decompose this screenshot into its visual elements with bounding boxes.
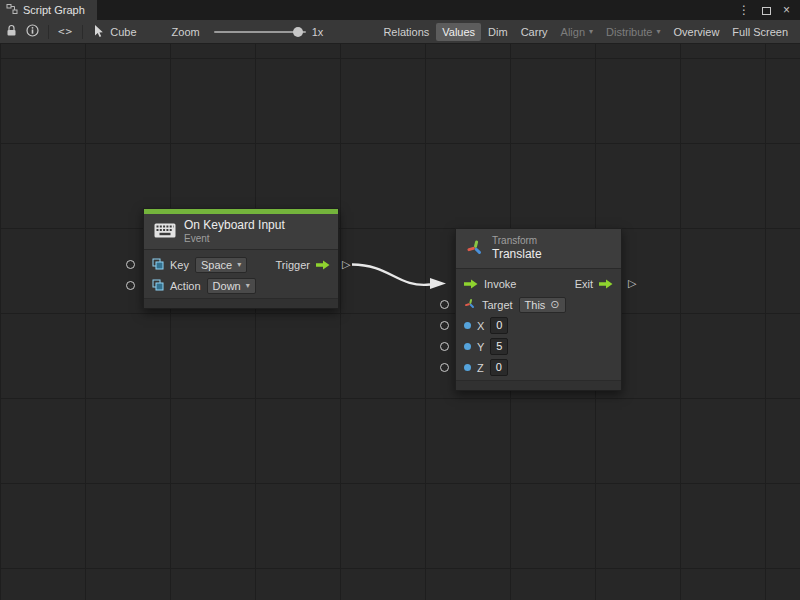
tab-script-graph[interactable]: Script Graph: [0, 0, 97, 20]
chevron-down-icon: ▾: [237, 261, 241, 269]
values-label: Values: [442, 26, 475, 38]
align-button[interactable]: Align ▾: [555, 23, 599, 41]
zoom-label: Zoom: [172, 26, 200, 38]
target-label: Target: [482, 299, 513, 311]
chevron-down-icon: ▾: [246, 282, 250, 290]
node-header[interactable]: Transform Translate: [456, 229, 621, 269]
keyboard-icon: [154, 223, 176, 240]
zoom-control: Zoom 1x: [172, 26, 324, 38]
chevron-down-icon: ▾: [589, 28, 593, 36]
window-tab-bar: Script Graph ⋮ ×: [0, 0, 800, 20]
trigger-output-arrow-icon[interactable]: [316, 260, 330, 270]
value-port-dot-icon: [464, 322, 471, 329]
exit-output-port[interactable]: ▷: [628, 278, 636, 289]
x-label: X: [477, 320, 484, 332]
fullscreen-label: Full Screen: [732, 26, 788, 38]
info-icon[interactable]: [26, 24, 39, 39]
values-button[interactable]: Values: [436, 23, 481, 41]
invoke-input-arrow-icon[interactable]: [464, 279, 478, 289]
x-row: X 0: [456, 315, 621, 336]
zoom-value: 1x: [312, 26, 324, 38]
value-port-dot-icon: [464, 343, 471, 350]
maximize-icon[interactable]: [762, 1, 771, 19]
port-icon: [152, 279, 164, 293]
distribute-label: Distribute: [606, 26, 652, 38]
script-graph-icon: [6, 3, 18, 17]
z-input-port[interactable]: [440, 363, 449, 372]
toolbar-buttons: Relations Values Dim Carry Align ▾ Distr…: [377, 23, 794, 41]
distribute-button[interactable]: Distribute ▾: [600, 23, 666, 41]
x-input-port[interactable]: [440, 321, 449, 330]
node-title: Translate: [492, 247, 542, 262]
toolbar-separator: [48, 25, 49, 39]
transform-icon: [466, 239, 484, 259]
port-icon: [152, 258, 164, 272]
trigger-output-port[interactable]: ▷: [342, 259, 350, 270]
dim-button[interactable]: Dim: [482, 23, 514, 41]
key-label: Key: [170, 259, 189, 271]
action-row: Action Down ▾: [144, 275, 338, 296]
zoom-slider-handle[interactable]: [293, 27, 303, 37]
menu-dots-icon[interactable]: ⋮: [738, 4, 750, 16]
dim-label: Dim: [488, 26, 508, 38]
x-value-field[interactable]: 0: [490, 317, 508, 334]
target-row: Target This ⊙: [456, 294, 621, 315]
invoke-label: Invoke: [484, 278, 516, 290]
close-icon[interactable]: ×: [783, 4, 790, 16]
graph-target[interactable]: Cube: [92, 24, 136, 40]
y-input-port[interactable]: [440, 342, 449, 351]
relations-button[interactable]: Relations: [377, 23, 435, 41]
zoom-slider[interactable]: [214, 31, 306, 33]
node-title: On Keyboard Input: [184, 218, 285, 233]
z-row: Z 0: [456, 357, 621, 378]
overview-label: Overview: [674, 26, 720, 38]
z-value-field[interactable]: 0: [490, 359, 508, 376]
window-controls: ⋮ ×: [738, 0, 800, 20]
tab-title: Script Graph: [23, 4, 85, 16]
trigger-label: Trigger: [276, 259, 310, 271]
action-dropdown-value: Down: [213, 280, 241, 292]
exit-output-arrow-icon[interactable]: [599, 279, 613, 289]
chevron-down-icon: ▾: [657, 28, 661, 36]
y-row: Y 5: [456, 336, 621, 357]
node-category: Transform: [492, 235, 542, 248]
graph-canvas[interactable]: On Keyboard Input Event Key Space ▾ Tri: [0, 44, 800, 600]
exit-label: Exit: [575, 278, 593, 290]
key-dropdown[interactable]: Space ▾: [195, 257, 247, 273]
node-footer: [144, 298, 338, 308]
graph-toolbar: <> Cube Zoom 1x Relations Values Dim Car…: [0, 20, 800, 44]
overview-button[interactable]: Overview: [668, 23, 726, 41]
node-subtitle: Event: [184, 233, 285, 246]
carry-button[interactable]: Carry: [515, 23, 554, 41]
connection-wire: [0, 44, 800, 600]
carry-label: Carry: [521, 26, 548, 38]
y-value-field[interactable]: 5: [490, 338, 508, 355]
relations-label: Relations: [383, 26, 429, 38]
node-transform-translate[interactable]: Transform Translate Invoke Exit: [455, 228, 622, 391]
object-picker-icon[interactable]: ⊙: [550, 299, 559, 310]
node-on-keyboard-input[interactable]: On Keyboard Input Event Key Space ▾ Tri: [143, 208, 339, 309]
action-label: Action: [170, 280, 201, 292]
fullscreen-button[interactable]: Full Screen: [726, 23, 794, 41]
key-input-port[interactable]: [126, 260, 135, 269]
node-footer: [456, 380, 621, 390]
z-label: Z: [477, 362, 484, 374]
value-port-dot-icon: [464, 364, 471, 371]
target-object-chip[interactable]: This ⊙: [519, 297, 566, 313]
target-chip-value: This: [525, 299, 546, 311]
node-body: Key Space ▾ Trigger: [144, 250, 338, 298]
action-input-port[interactable]: [126, 281, 135, 290]
node-header[interactable]: On Keyboard Input Event: [144, 214, 338, 250]
edit-script-icon[interactable]: <>: [58, 25, 73, 38]
lock-icon[interactable]: [6, 24, 17, 39]
target-input-port[interactable]: [440, 300, 449, 309]
node-body: Invoke Exit Target: [456, 269, 621, 380]
target-object-label: Cube: [110, 26, 136, 38]
toolbar-separator: [82, 25, 83, 39]
key-dropdown-value: Space: [201, 259, 232, 271]
y-label: Y: [477, 341, 484, 353]
cursor-icon: [92, 24, 104, 40]
invoke-row: Invoke Exit: [456, 273, 621, 294]
action-dropdown[interactable]: Down ▾: [207, 278, 256, 294]
align-label: Align: [561, 26, 585, 38]
